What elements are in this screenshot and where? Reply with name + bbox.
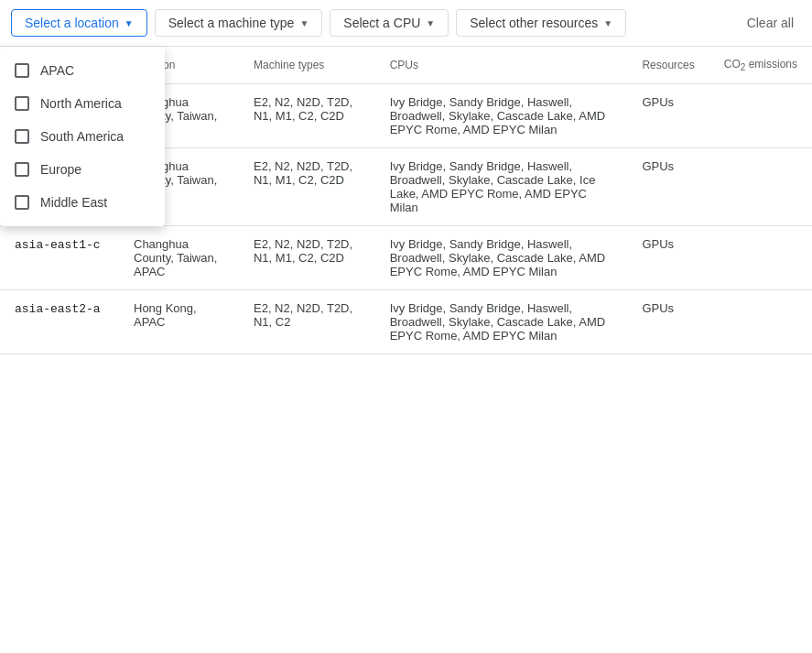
zone-name-cell: asia-east2-a	[0, 290, 119, 354]
resources-cell: GPUs	[627, 148, 709, 226]
dropdown-item-label-south-america: South America	[40, 129, 124, 144]
cpus-cell: Ivy Bridge, Sandy Bridge, Haswell, Broad…	[375, 226, 628, 290]
col-header-resources: Resources	[627, 47, 709, 84]
co2-cell	[709, 226, 812, 290]
select-machine-type-button[interactable]: Select a machine type ▼	[155, 9, 323, 37]
cpus-cell: Ivy Bridge, Sandy Bridge, Haswell, Broad…	[375, 84, 628, 148]
co2-cell	[709, 290, 812, 354]
cpu-chevron-icon: ▼	[426, 18, 435, 28]
select-cpu-label: Select a CPU	[343, 16, 420, 30]
select-location-label: Select a location	[25, 16, 119, 30]
dropdown-item-apac[interactable]: APAC	[0, 54, 165, 87]
checkbox-europe[interactable]	[15, 162, 29, 177]
checkbox-middle-east[interactable]	[15, 195, 29, 210]
dropdown-item-label-north-america: North America	[40, 96, 122, 111]
machine-types-cell: E2, N2, N2D, T2D, N1, M1, C2, C2D	[239, 226, 375, 290]
dropdown-item-middle-east[interactable]: Middle East	[0, 186, 165, 219]
clear-all-button[interactable]: Clear all	[740, 10, 801, 36]
resources-cell: GPUs	[627, 290, 709, 354]
dropdown-item-label-middle-east: Middle East	[40, 195, 107, 210]
dropdown-item-label-europe: Europe	[40, 162, 81, 177]
dropdown-item-south-america[interactable]: South America	[0, 120, 165, 153]
table-row: asia-east2-aHong Kong, APACE2, N2, N2D, …	[0, 290, 812, 354]
resources-cell: GPUs	[627, 84, 709, 148]
dropdown-item-europe[interactable]: Europe	[0, 153, 165, 186]
col-header-machine-types: Machine types	[239, 47, 375, 84]
zone-name-cell: asia-east1-c	[0, 226, 119, 290]
clear-all-label: Clear all	[747, 16, 794, 30]
machine-types-cell: E2, N2, N2D, T2D, N1, M1, C2, C2D	[239, 148, 375, 226]
machine-types-cell: E2, N2, N2D, T2D, N1, M1, C2, C2D	[239, 84, 375, 148]
location-chevron-icon: ▼	[125, 18, 134, 28]
checkbox-south-america[interactable]	[15, 129, 29, 144]
select-other-resources-button[interactable]: Select other resources ▼	[456, 9, 626, 37]
machine-types-cell: E2, N2, N2D, T2D, N1, C2	[239, 290, 375, 354]
location-cell: Hong Kong, APAC	[119, 290, 239, 354]
select-cpu-button[interactable]: Select a CPU ▼	[330, 9, 449, 37]
toolbar: Select a location ▼ Select a machine typ…	[0, 0, 812, 47]
co2-cell	[709, 148, 812, 226]
cpus-cell: Ivy Bridge, Sandy Bridge, Haswell, Broad…	[375, 148, 628, 226]
table-row: asia-east1-cChanghua County, Taiwan, APA…	[0, 226, 812, 290]
cpus-cell: Ivy Bridge, Sandy Bridge, Haswell, Broad…	[375, 290, 628, 354]
col-header-co2: CO2 emissions	[709, 47, 812, 84]
co2-cell	[709, 84, 812, 148]
location-dropdown: APACNorth AmericaSouth AmericaEuropeMidd…	[0, 47, 165, 226]
checkbox-north-america[interactable]	[15, 96, 29, 111]
dropdown-item-north-america[interactable]: North America	[0, 87, 165, 120]
other-resources-chevron-icon: ▼	[603, 18, 612, 28]
select-location-button[interactable]: Select a location ▼	[11, 9, 147, 37]
main-content: APACNorth AmericaSouth AmericaEuropeMidd…	[0, 47, 812, 354]
resources-cell: GPUs	[627, 226, 709, 290]
zone-name: asia-east2-a	[15, 302, 101, 316]
select-other-resources-label: Select other resources	[470, 16, 598, 30]
select-machine-type-label: Select a machine type	[168, 16, 295, 30]
zone-name: asia-east1-c	[15, 238, 101, 252]
col-header-cpus: CPUs	[375, 47, 628, 84]
machine-type-chevron-icon: ▼	[299, 18, 309, 28]
dropdown-item-label-apac: APAC	[40, 63, 74, 78]
location-cell: Changhua County, Taiwan, APAC	[119, 226, 239, 290]
checkbox-apac[interactable]	[15, 63, 29, 78]
